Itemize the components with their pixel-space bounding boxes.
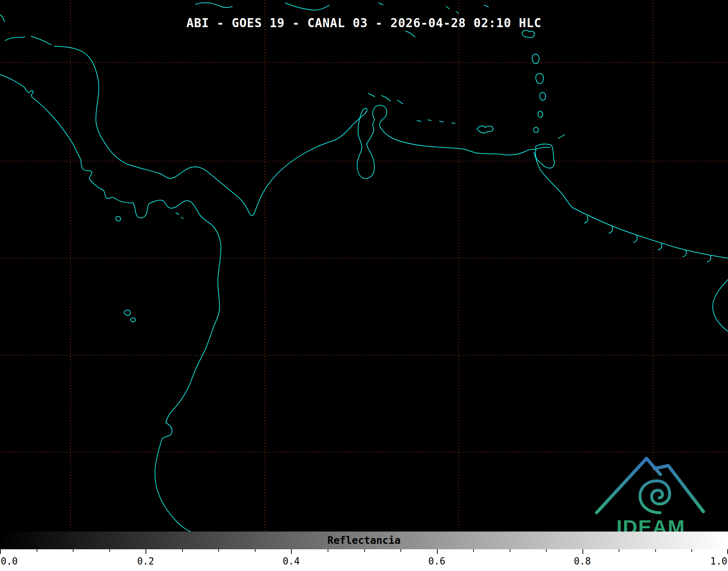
colorbar: Reflectancia (0, 532, 728, 549)
coastline-brazil-coast-fragment (713, 280, 728, 331)
coastline-guajira-gulf-venezuela (335, 108, 367, 150)
coastline-dominica (532, 54, 539, 64)
colorbar-tick (582, 549, 583, 554)
colorbar-tick (0, 549, 1, 554)
coastline-puertorico-fragment (285, 3, 329, 10)
coastline-pacific-central-south-america (0, 75, 221, 532)
colorbar-tick (546, 549, 547, 552)
colorbar-tick (510, 549, 510, 552)
coastline-top-islet-2 (446, 7, 449, 9)
coastline-top-islet-1 (379, 3, 383, 5)
coastline-top-islet-4 (484, 5, 488, 7)
colorbar-tick (182, 549, 183, 552)
coastline-st-vincent (538, 111, 543, 117)
coastline-guadeloupe (522, 30, 534, 38)
colorbar-tick (473, 549, 474, 552)
colorbar-tick (218, 549, 219, 552)
coastline-coiba-island (116, 217, 121, 221)
colorbar-tick (109, 549, 110, 552)
colorbar-tick (437, 549, 438, 554)
ideam-logo-graphic (593, 452, 709, 516)
satellite-image-viewer: ABI - GOES 19 - CANAL 03 - 2026-04-28 02… (0, 0, 728, 571)
coastline-pacific-islets (124, 310, 135, 322)
colorbar-tick-label: 1.0 (710, 556, 727, 567)
colorbar-tick (146, 549, 146, 554)
coastline-orinoco-delta (534, 152, 572, 207)
colorbar-tick-label: 0.0 (1, 556, 18, 567)
coastline-honduras-fragment-1 (5, 37, 25, 41)
colorbar-tick (291, 549, 292, 554)
coastline-los-roques (417, 120, 455, 123)
colorbar-tick (400, 549, 401, 552)
colorbar-tick-label: 0.8 (574, 556, 591, 567)
coastline-tobago (558, 135, 565, 138)
coastline-hispaniola-fragment (195, 3, 232, 8)
coastline-paraguana-peninsula (367, 105, 387, 144)
colorbar-tick-label: 0.2 (137, 556, 154, 567)
colorbar-tick (73, 549, 73, 552)
coastline-pearl-islands (176, 213, 183, 219)
coastline-virgin-islet (405, 31, 415, 37)
colorbar-tick (37, 549, 37, 552)
colorbar-tick (255, 549, 256, 552)
colorbar-tick (691, 549, 692, 552)
colorbar-tick (619, 549, 619, 552)
ideam-logo: IDEAM (593, 452, 709, 539)
colorbar-tick-label: 0.4 (283, 556, 300, 567)
colorbar-tick (328, 549, 328, 552)
colorbar-label: Reflectancia (0, 532, 728, 549)
colorbar-tick (364, 549, 365, 552)
coastline-paria-peninsula (534, 147, 550, 150)
coastline-honduras-fragment-2 (31, 36, 51, 45)
coastline-venezuela-coast (380, 126, 534, 155)
coastline-aruba (369, 93, 375, 97)
coastline-grenada (534, 127, 538, 133)
coastline-bonaire (397, 100, 403, 104)
ideam-mountain-icon (597, 458, 703, 513)
image-title: ABI - GOES 19 - CANAL 03 - 2026-04-28 02… (0, 16, 728, 30)
ideam-spiral-icon (640, 481, 670, 513)
coastline-nicaragua-caribbean (54, 46, 128, 164)
coastline-martinique (536, 74, 543, 84)
coastline-margarita (477, 126, 493, 133)
coastline-panama-caribbean-colombia (128, 140, 335, 216)
coastline-st-lucia (540, 92, 546, 100)
colorbar-axis: 0.00.20.40.60.81.0 (0, 549, 728, 571)
colorbar-tick-label: 0.6 (428, 556, 445, 567)
coastline-curacao (382, 96, 391, 101)
coastline-top-islet-3 (456, 12, 459, 13)
colorbar-tick (655, 549, 656, 552)
coastline-guyana-coast (572, 207, 728, 258)
